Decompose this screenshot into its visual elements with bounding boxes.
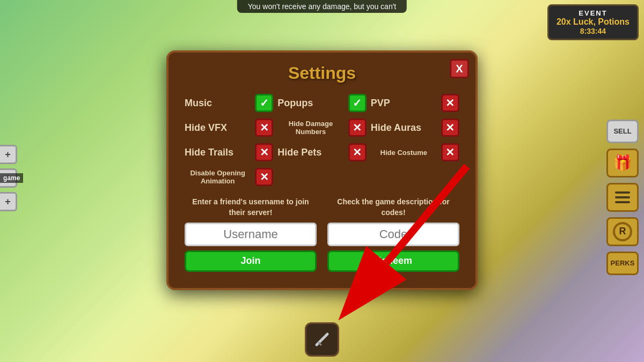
check-icon: ✓ bbox=[260, 97, 269, 109]
hide-costume-label: Hide Costume bbox=[371, 149, 437, 157]
hide-vfx-label: Hide VFX bbox=[185, 122, 251, 134]
hide-costume-toggle[interactable]: ✕ bbox=[441, 143, 459, 161]
pvp-label: PVP bbox=[371, 98, 437, 109]
x-icon-5: ✕ bbox=[260, 146, 269, 159]
popups-label: Popups bbox=[277, 98, 343, 109]
x-icon-6: ✕ bbox=[353, 146, 362, 159]
settings-modal: Settings X Music ✓ Popups ✓ PVP ✕ bbox=[166, 50, 478, 290]
music-label: Music bbox=[185, 98, 251, 109]
x-icon-4: ✕ bbox=[445, 121, 455, 134]
hide-trails-label: Hide Trails bbox=[185, 147, 251, 158]
check-icon-2: ✓ bbox=[353, 97, 362, 109]
friend-hint: Enter a friend's username to join their … bbox=[185, 197, 317, 218]
hide-trails-toggle[interactable]: ✕ bbox=[255, 143, 273, 161]
setting-popups: Popups ✓ bbox=[277, 94, 366, 112]
code-input[interactable] bbox=[327, 223, 459, 246]
setting-pvp: PVP ✕ bbox=[371, 94, 459, 112]
hide-damage-toggle[interactable]: ✕ bbox=[348, 119, 367, 137]
setting-music: Music ✓ bbox=[185, 94, 273, 112]
pvp-toggle[interactable]: ✕ bbox=[441, 94, 459, 112]
x-icon: ✕ bbox=[445, 97, 455, 109]
hide-damage-label: Hide Damage Numbers bbox=[277, 120, 343, 136]
hide-auras-label: Hide Auras bbox=[371, 122, 437, 134]
x-icon-7: ✕ bbox=[445, 146, 455, 159]
setting-disable-anim: Disable Opening Animation ✕ bbox=[185, 168, 273, 186]
join-button[interactable]: Join bbox=[185, 250, 317, 272]
hide-vfx-toggle[interactable]: ✕ bbox=[255, 119, 273, 137]
hide-pets-label: Hide Pets bbox=[277, 147, 343, 158]
code-col: Check the game description for codes! Re… bbox=[327, 197, 459, 271]
setting-hide-pets: Hide Pets ✕ bbox=[277, 143, 366, 161]
x-icon-3: ✕ bbox=[353, 121, 362, 134]
hide-pets-toggle[interactable]: ✕ bbox=[348, 143, 367, 161]
x-icon-8: ✕ bbox=[260, 171, 269, 183]
code-hint: Check the game description for codes! bbox=[327, 197, 459, 218]
redeem-button[interactable]: Redeem bbox=[327, 250, 459, 272]
settings-grid: Music ✓ Popups ✓ PVP ✕ Hide VFX bbox=[185, 94, 459, 186]
disable-anim-toggle[interactable]: ✕ bbox=[255, 168, 273, 186]
setting-hide-vfx: Hide VFX ✕ bbox=[185, 119, 273, 137]
close-button[interactable]: X bbox=[450, 59, 469, 78]
music-toggle[interactable]: ✓ bbox=[255, 94, 273, 112]
username-input[interactable] bbox=[185, 223, 317, 246]
bottom-section: Enter a friend's username to join their … bbox=[185, 197, 459, 271]
hide-auras-toggle[interactable]: ✕ bbox=[441, 119, 459, 137]
popups-toggle[interactable]: ✓ bbox=[348, 94, 367, 112]
disable-anim-label: Disable Opening Animation bbox=[185, 169, 251, 186]
setting-hide-damage: Hide Damage Numbers ✕ bbox=[277, 119, 366, 137]
setting-hide-trails: Hide Trails ✕ bbox=[185, 143, 273, 161]
settings-title: Settings bbox=[185, 63, 459, 83]
friend-col: Enter a friend's username to join their … bbox=[185, 197, 317, 271]
setting-hide-auras: Hide Auras ✕ bbox=[371, 119, 459, 137]
setting-hide-costume: Hide Costume ✕ bbox=[371, 143, 459, 161]
modal-overlay: Settings X Music ✓ Popups ✓ PVP ✕ bbox=[0, 0, 644, 362]
x-icon-2: ✕ bbox=[260, 121, 269, 134]
